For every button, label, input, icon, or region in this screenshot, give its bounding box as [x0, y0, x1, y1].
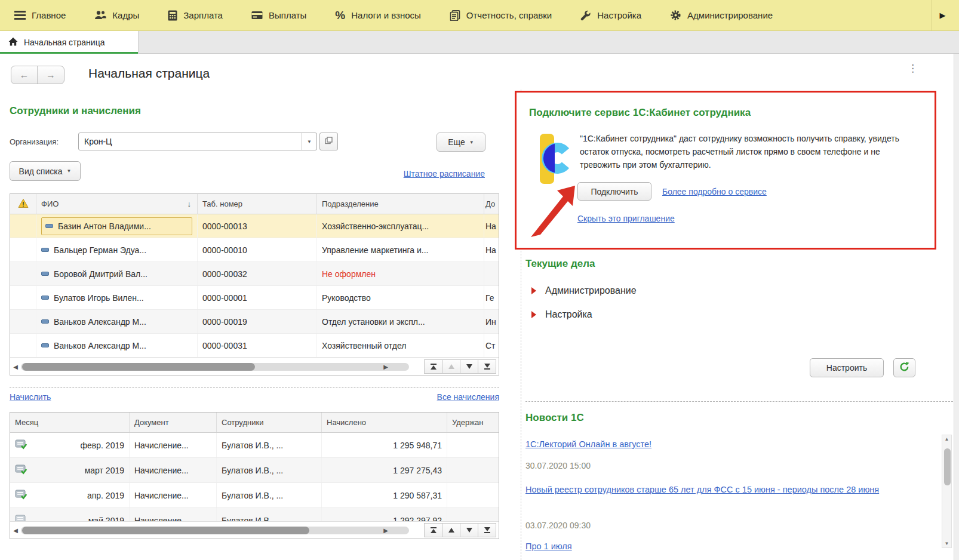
menu-item-salary[interactable]: Зарплата [153, 0, 237, 30]
menu-item-reports[interactable]: Отчетность, справки [435, 0, 566, 30]
accruals-table-header[interactable]: Месяц Документ Сотрудники Начислено Удер… [10, 413, 499, 433]
service-details-link[interactable]: Более подробно о сервисе [662, 187, 767, 196]
menu-item-payments[interactable]: Выплаты [237, 0, 321, 30]
scrollbar-thumb[interactable] [944, 448, 951, 485]
column-header-accrued: Начислено [322, 413, 447, 432]
go-last-button[interactable] [478, 359, 496, 374]
all-accruals-link[interactable]: Все начисления [437, 392, 499, 402]
accruals-table: Месяц Документ Сотрудники Начислено Удер… [10, 412, 499, 539]
expand-triangle-icon[interactable] [531, 287, 536, 294]
scroll-right-icon[interactable]: ▶ [380, 527, 391, 534]
menu-item-home[interactable]: Главное [0, 0, 80, 30]
table-row-partial[interactable]: май 2019 Начисление... Булатов И.В... 1 … [10, 508, 499, 521]
horizontal-scrollbar[interactable] [21, 363, 409, 371]
table-row[interactable]: Булатов Игорь Вилен... 0000-00001 Руково… [10, 286, 499, 310]
warning-icon: ! [18, 198, 29, 210]
expand-triangle-icon[interactable] [531, 311, 536, 318]
table-row-selected[interactable]: Базин Антон Владими... 0000-00013 Хозяйс… [10, 214, 499, 238]
report-icon [450, 10, 460, 21]
forward-button[interactable]: → [38, 66, 64, 84]
refresh-button[interactable] [893, 358, 915, 377]
window-edge-strip [954, 31, 959, 560]
accrue-link[interactable]: Начислить [10, 392, 51, 402]
connect-button[interactable]: Подключить [577, 182, 651, 201]
news-link[interactable]: Про 1 июля [525, 541, 572, 551]
tab-home-page[interactable]: Начальная страница [0, 31, 139, 54]
go-up-button[interactable] [442, 523, 460, 537]
scroll-left-icon[interactable]: ◀ [10, 527, 21, 534]
go-down-button[interactable] [460, 523, 478, 537]
warning-column-header: ! [10, 194, 36, 214]
table-row[interactable]: Ваньков Александр М... 0000-00031 Хозяйс… [10, 334, 499, 358]
overflow-arrow-icon: ▶ [940, 11, 946, 20]
chevron-down-icon: ▼ [469, 140, 474, 145]
go-last-button[interactable] [478, 523, 496, 537]
menu-item-label: Зарплата [183, 10, 223, 20]
news-date: 30.07.2020 15:00 [525, 461, 591, 470]
posted-document-icon [15, 489, 27, 502]
employees-table: ! ФИО↓ Таб. номер Подразделение До Базин… [10, 193, 499, 376]
scroll-up-icon[interactable]: ▲ [945, 436, 949, 442]
menu-item-label: Кадры [112, 10, 139, 20]
organization-value: Крон-Ц [79, 137, 302, 146]
menu-item-label: Главное [32, 10, 66, 20]
hamburger-menu-icon [14, 11, 26, 20]
more-button[interactable]: Еще▼ [437, 133, 485, 152]
list-view-button[interactable]: Вид списка▼ [10, 161, 81, 181]
news-vertical-scrollbar[interactable]: ▲ ▼ [942, 435, 952, 548]
employees-scroll-row: ◀ ▶ [10, 358, 499, 375]
dropdown-button[interactable]: ▼ [302, 133, 316, 150]
todo-item-administration[interactable]: Администрирование [531, 285, 637, 296]
home-icon [8, 37, 18, 48]
menu-item-taxes[interactable]: % Налоги и взносы [321, 0, 435, 30]
table-row[interactable]: апр. 2019 Начисление... Булатов И.В., ..… [10, 483, 499, 508]
horizontal-scrollbar[interactable] [21, 527, 409, 534]
scroll-down-icon[interactable]: ▼ [945, 541, 949, 546]
menu-item-administration[interactable]: Администрирование [656, 0, 787, 30]
go-first-button[interactable] [424, 359, 442, 374]
column-header-pos: До [484, 194, 499, 214]
table-row[interactable]: Ваньков Александр М... 0000-00019 Отдел … [10, 310, 499, 334]
back-arrow-icon: ← [20, 70, 29, 81]
scroll-right-icon[interactable]: ▶ [380, 364, 391, 370]
menu-item-staff[interactable]: Кадры [80, 0, 153, 30]
menu-item-settings[interactable]: Настройка [566, 0, 656, 30]
employees-table-header[interactable]: ! ФИО↓ Таб. номер Подразделение До [10, 194, 499, 214]
column-header-withheld: Удержан [447, 413, 495, 432]
organization-pick-button[interactable] [319, 133, 338, 150]
back-button[interactable]: ← [11, 66, 38, 84]
column-header-doc: Документ [130, 413, 217, 432]
news-heading: Новости 1С [525, 412, 584, 424]
news-link[interactable]: 1С:Лекторий Онлайн в августе! [525, 439, 651, 449]
bank-card-icon [251, 11, 263, 20]
refresh-icon [899, 362, 909, 374]
gear-icon [670, 10, 681, 21]
accruals-scroll-row: ◀ ▶ [10, 521, 499, 539]
menu-item-label: Отчетность, справки [466, 10, 552, 20]
table-row[interactable]: Боровой Дмитрий Вал... 0000-00032 Не офо… [10, 262, 499, 286]
news-link[interactable]: Новый реестр сотрудников старше 65 лет д… [525, 485, 879, 494]
table-row[interactable]: февр. 2019 Начисление... Булатов И.В., .… [10, 433, 499, 458]
menu-overflow-button[interactable]: ▶ [932, 0, 953, 30]
go-up-button[interactable] [442, 359, 460, 374]
staffing-schedule-link[interactable]: Штатное расписание [404, 169, 485, 179]
hide-invitation-link[interactable]: Скрыть это приглашение [577, 214, 675, 223]
go-down-button[interactable] [460, 359, 478, 374]
table-row[interactable]: Бальцер Герман Эдуа... 0000-00010 Управл… [10, 238, 499, 262]
menu-item-label: Администрирование [687, 10, 773, 20]
section-divider [10, 387, 499, 388]
todo-item-settings[interactable]: Настройка [531, 309, 592, 320]
more-actions-button[interactable]: ⋮ [908, 66, 916, 71]
table-row[interactable]: март 2019 Начисление... Булатов И.В., ..… [10, 458, 499, 483]
svg-text:!: ! [22, 201, 24, 207]
sort-desc-icon: ↓ [188, 199, 193, 208]
tab-label: Начальная страница [24, 38, 104, 47]
configure-button[interactable]: Настроить [810, 358, 884, 377]
scroll-left-icon[interactable]: ◀ [10, 364, 21, 370]
employee-state-icon [41, 343, 49, 347]
forward-arrow-icon: → [46, 70, 56, 81]
menu-item-label: Выплаты [269, 10, 306, 20]
organization-input[interactable]: Крон-Ц ▼ [78, 133, 317, 150]
go-first-button[interactable] [424, 523, 442, 537]
more-button-label: Еще [448, 137, 465, 147]
